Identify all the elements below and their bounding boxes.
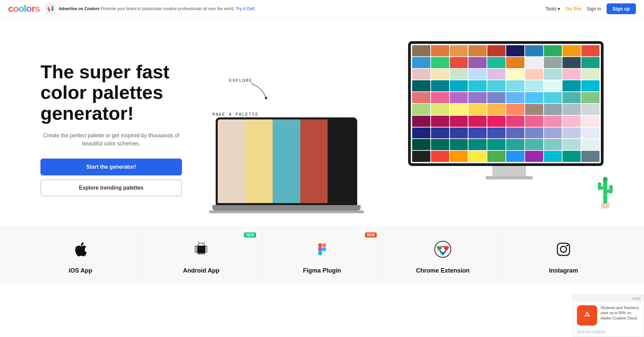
color-cell	[562, 57, 581, 68]
color-cell	[581, 139, 600, 150]
color-cell	[506, 80, 524, 91]
color-cell	[506, 151, 524, 162]
color-cell	[431, 104, 449, 115]
color-cell	[412, 104, 430, 115]
android-app-label: Android App	[183, 267, 219, 274]
color-cell	[525, 80, 543, 91]
color-cell	[450, 45, 468, 56]
color-cell	[506, 92, 524, 103]
color-cell	[468, 69, 487, 80]
color-cell	[412, 116, 430, 127]
instagram-card[interactable]: Instagram	[503, 227, 624, 284]
svg-point-20	[560, 246, 566, 252]
color-cell	[431, 80, 449, 91]
svg-rect-5	[609, 185, 613, 194]
color-cell	[487, 128, 505, 139]
color-cell	[525, 92, 543, 103]
instagram-label: Instagram	[549, 267, 578, 274]
monitor-screen	[408, 41, 604, 166]
color-cell	[412, 80, 430, 91]
color-cell	[468, 92, 487, 103]
color-cell	[487, 151, 505, 162]
color-cell	[450, 57, 468, 68]
ad-banner: 📢 Advertise on Coolors Promote your bran…	[45, 3, 545, 14]
svg-rect-13	[322, 243, 326, 247]
chrome-extension-card[interactable]: Chrome Extension	[382, 227, 503, 284]
cactus-decoration	[595, 173, 615, 206]
tools-button[interactable]: Tools ▾	[546, 6, 560, 11]
explore-arrow-icon	[249, 82, 270, 102]
palette-strip	[245, 119, 273, 203]
color-cell	[487, 57, 505, 68]
hero-section: The super fast color palettes generator!…	[0, 18, 644, 227]
palette-strip	[218, 119, 245, 203]
laptop-base	[212, 205, 361, 210]
color-cell	[581, 128, 600, 139]
chrome-icon	[434, 241, 452, 262]
explore-annotation: EXPLORE	[229, 78, 252, 83]
color-cell	[412, 139, 430, 150]
color-cell	[506, 45, 524, 56]
color-cell	[544, 104, 562, 115]
color-cell	[581, 151, 600, 162]
color-cell	[544, 139, 562, 150]
laptop-illustration	[216, 117, 357, 213]
color-cell	[544, 45, 562, 56]
go-pro-button[interactable]: Go Pro	[565, 6, 581, 11]
color-cell	[562, 104, 581, 115]
logo[interactable]: coolors	[8, 3, 40, 14]
color-cell	[506, 104, 524, 115]
ad-icon: 📢	[45, 3, 56, 14]
figma-plugin-card[interactable]: NEW Figma Plugin	[262, 227, 382, 284]
color-cell	[544, 80, 562, 91]
color-cell	[525, 128, 543, 139]
color-cell	[468, 151, 487, 162]
color-cell	[581, 92, 600, 103]
svg-rect-12	[318, 243, 322, 247]
color-cell	[412, 151, 430, 162]
android-app-card[interactable]: NEW Android App	[141, 227, 262, 284]
color-cell	[525, 139, 543, 150]
svg-rect-14	[318, 247, 322, 251]
figma-icon	[313, 241, 331, 262]
ad-cta-link[interactable]: Try it Out!	[236, 6, 255, 11]
hero-text-block: The super fast color palettes generator!…	[40, 61, 182, 197]
color-cell	[562, 128, 581, 139]
color-cell	[412, 69, 430, 80]
start-generator-button[interactable]: Start the generator!	[40, 159, 182, 175]
laptop-bottom	[209, 210, 364, 213]
svg-rect-15	[318, 251, 322, 255]
figma-plugin-label: Figma Plugin	[303, 267, 341, 274]
instagram-icon	[555, 241, 572, 262]
color-cell	[431, 57, 449, 68]
monitor-stand	[492, 166, 526, 176]
color-cell	[562, 151, 581, 162]
color-cell	[450, 104, 468, 115]
svg-point-6	[603, 177, 608, 182]
svg-rect-3	[598, 182, 601, 190]
chevron-down-icon: ▾	[558, 6, 560, 11]
color-cell	[412, 57, 430, 68]
color-cell	[506, 69, 524, 80]
color-cell	[581, 69, 600, 80]
explore-palettes-button[interactable]: Explore trending palettes	[40, 179, 182, 196]
svg-rect-9	[198, 246, 205, 253]
signin-button[interactable]: Sign in	[587, 6, 601, 11]
color-cell	[525, 104, 543, 115]
monitor-base	[486, 176, 533, 179]
apple-icon	[72, 241, 89, 262]
make-palette-annotation: MAKE A PALETTE	[212, 112, 258, 117]
signup-button[interactable]: Sign up	[607, 3, 636, 14]
color-cell	[450, 116, 468, 127]
color-cell	[431, 128, 449, 139]
color-cell	[450, 128, 468, 139]
color-cell	[506, 57, 524, 68]
color-cell	[468, 139, 487, 150]
palette-strip	[273, 119, 300, 203]
color-cell	[487, 139, 505, 150]
navbar: coolors 📢 Advertise on Coolors Promote y…	[0, 0, 644, 18]
svg-point-11	[202, 244, 203, 245]
monitor-illustration	[408, 41, 610, 176]
chrome-extension-label: Chrome Extension	[416, 267, 469, 274]
ios-app-card[interactable]: iOS App	[20, 227, 141, 284]
